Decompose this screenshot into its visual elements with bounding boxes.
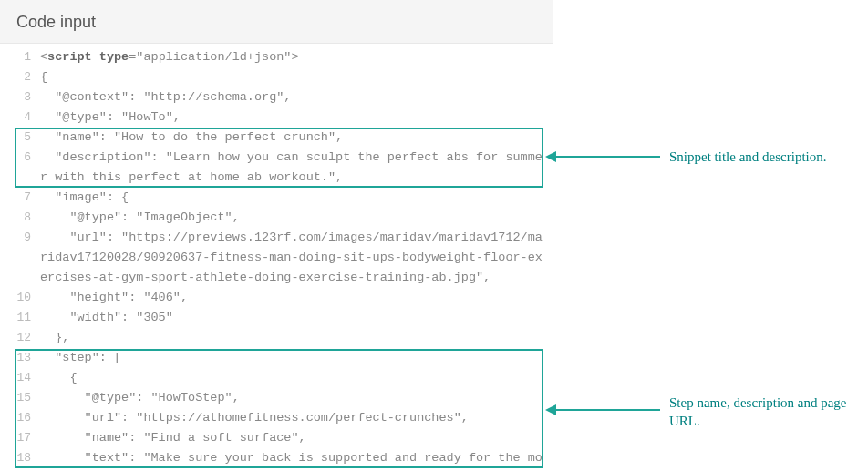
line-number: 11 — [0, 308, 40, 328]
annotation-step: Step name, description and page URL. — [669, 394, 861, 431]
code-line: 18 "text": "Make sure your back is suppo… — [0, 448, 553, 471]
line-number: 17 — [0, 428, 40, 448]
line-number: 14 — [0, 368, 40, 388]
code-content: "width": "305" — [40, 308, 553, 328]
code-line: 9 "url": "https://previews.123rf.com/ima… — [0, 228, 553, 288]
code-content: { — [40, 67, 553, 87]
code-line: 11 "width": "305" — [0, 308, 553, 328]
code-content: "url": "https://athomefitness.com/perfec… — [40, 408, 553, 428]
line-number: 9 — [0, 228, 40, 248]
panel-header: Code input — [0, 0, 553, 44]
line-number: 10 — [0, 288, 40, 308]
code-line: 14 { — [0, 368, 553, 388]
code-content: "text": "Make sure your back is supporte… — [40, 448, 553, 471]
code-line: 2{ — [0, 67, 553, 87]
line-number: 5 — [0, 128, 40, 148]
arrow-annotation-2 — [543, 401, 662, 419]
code-content: "step": [ — [40, 348, 553, 368]
code-line: 13 "step": [ — [0, 348, 553, 368]
code-content: "description": "Learn how you can sculpt… — [40, 148, 553, 188]
line-number: 16 — [0, 408, 40, 428]
code-line: 1<script type="application/ld+json"> — [0, 47, 553, 67]
code-line: 10 "height": "406", — [0, 288, 553, 308]
code-editor-panel: Code input 1<script type="application/ld… — [0, 0, 553, 471]
annotation-title-description: Snippet title and description. — [669, 148, 861, 166]
code-line: 16 "url": "https://athomefitness.com/per… — [0, 408, 553, 428]
code-line: 17 "name": "Find a soft surface", — [0, 428, 553, 448]
panel-title: Code input — [16, 13, 537, 32]
line-number: 15 — [0, 388, 40, 408]
line-number: 4 — [0, 108, 40, 128]
arrow-annotation-1 — [543, 148, 662, 166]
code-content: "height": "406", — [40, 288, 553, 308]
line-number: 7 — [0, 188, 40, 208]
code-content: "name": "Find a soft surface", — [40, 428, 553, 448]
code-content: "url": "https://previews.123rf.com/image… — [40, 228, 553, 288]
code-content: "name": "How to do the perfect crunch", — [40, 128, 553, 148]
code-content: "@type": "ImageObject", — [40, 208, 553, 228]
code-content: "@type": "HowToStep", — [40, 388, 553, 408]
line-number: 3 — [0, 87, 40, 108]
code-line: 4 "@type": "HowTo", — [0, 108, 553, 128]
code-line: 5 "name": "How to do the perfect crunch"… — [0, 128, 553, 148]
code-content: "@context": "http://schema.org", — [40, 87, 553, 108]
code-content: }, — [40, 328, 553, 348]
code-line: 3 "@context": "http://schema.org", — [0, 87, 553, 108]
line-number: 18 — [0, 448, 40, 468]
code-content: { — [40, 368, 553, 388]
line-number: 8 — [0, 208, 40, 228]
code-line: 12 }, — [0, 328, 553, 348]
code-content: <script type="application/ld+json"> — [40, 47, 553, 67]
code-line: 6 "description": "Learn how you can scul… — [0, 148, 553, 188]
code-line: 8 "@type": "ImageObject", — [0, 208, 553, 228]
line-number: 6 — [0, 148, 40, 168]
line-number: 1 — [0, 47, 40, 67]
code-content: "@type": "HowTo", — [40, 108, 553, 128]
line-number: 12 — [0, 328, 40, 348]
line-number: 13 — [0, 348, 40, 368]
code-content: "image": { — [40, 188, 553, 208]
line-number: 2 — [0, 67, 40, 87]
code-line: 7 "image": { — [0, 188, 553, 208]
code-area[interactable]: 1<script type="application/ld+json">2{3 … — [0, 44, 553, 471]
code-line: 15 "@type": "HowToStep", — [0, 388, 553, 408]
